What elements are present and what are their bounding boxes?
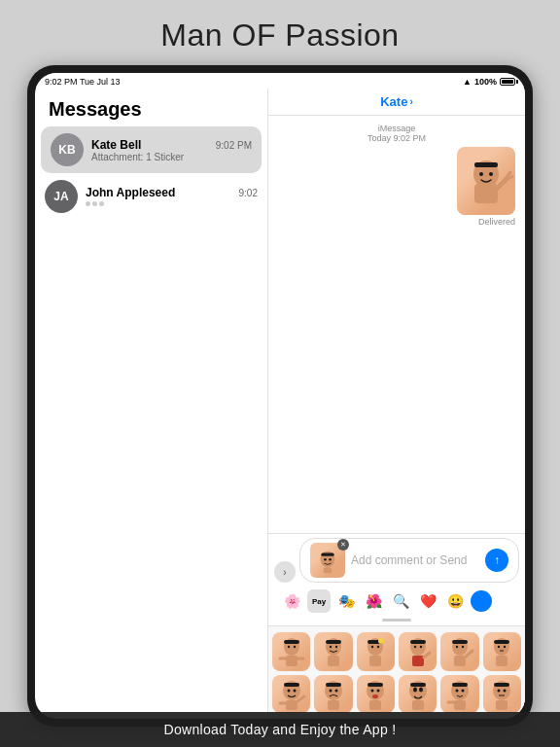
svg-line-55 xyxy=(298,696,304,701)
svg-rect-62 xyxy=(368,683,383,687)
svg-point-22 xyxy=(330,646,332,648)
svg-line-6 xyxy=(508,172,510,176)
sticker-item-2[interactable] xyxy=(314,632,352,670)
svg-rect-14 xyxy=(284,640,299,644)
input-box[interactable]: ✕ Add comment or Send ↑ xyxy=(299,538,519,583)
svg-line-42 xyxy=(466,651,472,657)
conv-item-john[interactable]: JA John Appleseed 9:02 xyxy=(35,173,267,220)
conv-top-john: John Appleseed 9:02 xyxy=(86,186,258,199)
sticker-item-11[interactable] xyxy=(440,675,478,713)
bottom-banner: Download Today and Enjoy the App ! xyxy=(0,712,560,747)
sticker-item-10[interactable] xyxy=(399,675,437,713)
svg-rect-83 xyxy=(496,700,508,710)
svg-point-75 xyxy=(461,690,464,693)
conv-top-kate: Kate Bell 9:02 PM xyxy=(91,138,252,152)
applepay-icon[interactable]: Pay xyxy=(307,589,331,613)
sticker-item-4[interactable] xyxy=(399,632,437,670)
svg-rect-44 xyxy=(494,640,509,644)
sticker-item-6[interactable] xyxy=(483,632,521,670)
status-right: ▲ 100% xyxy=(463,77,515,87)
conv-info-john: John Appleseed 9:02 xyxy=(86,186,258,208)
svg-rect-2 xyxy=(474,162,498,167)
typing-indicator xyxy=(86,199,258,208)
ipad-screen: 9:02 PM Tue Jul 13 ▲ 100% Messages KB xyxy=(35,73,525,719)
expand-button[interactable]: › xyxy=(274,561,296,583)
svg-rect-21 xyxy=(326,640,341,644)
avatar-ja: JA xyxy=(45,180,78,213)
input-area: › ✕ xyxy=(268,533,525,625)
page-title: Man OF Passion xyxy=(0,0,560,65)
sticker-picker xyxy=(268,625,525,719)
conv-name-kate: Kate Bell xyxy=(91,138,141,152)
svg-rect-38 xyxy=(452,640,468,644)
flowers-icon[interactable]: 🌺 xyxy=(362,589,385,613)
conv-item-kate[interactable]: KB Kate Bell 9:02 PM Attachment: 1 Stick… xyxy=(41,126,262,173)
sticker-item-5[interactable] xyxy=(440,632,478,670)
input-placeholder: Add comment or Send xyxy=(351,553,485,567)
svg-point-29 xyxy=(378,638,384,644)
svg-point-74 xyxy=(455,690,458,693)
svg-point-10 xyxy=(324,558,327,561)
svg-rect-66 xyxy=(369,700,381,710)
chat-contact-name: Kate xyxy=(380,94,407,109)
svg-point-11 xyxy=(329,558,332,561)
svg-point-3 xyxy=(479,172,483,176)
svg-point-69 xyxy=(413,688,417,693)
svg-rect-73 xyxy=(452,683,468,687)
battery-icon xyxy=(500,78,515,86)
svg-rect-32 xyxy=(410,640,426,644)
remove-sticker-button[interactable]: ✕ xyxy=(337,539,349,551)
sticker-app-icon[interactable]: 🎭 xyxy=(334,589,358,613)
wifi-icon: ▲ xyxy=(463,77,472,87)
svg-rect-50 xyxy=(284,683,299,687)
svg-line-36 xyxy=(424,653,430,658)
svg-rect-12 xyxy=(324,568,332,574)
conv-time-kate: 9:02 PM xyxy=(216,140,252,151)
svg-rect-35 xyxy=(412,656,424,666)
svg-point-46 xyxy=(504,646,506,648)
search-icon[interactable]: 🔍 xyxy=(389,589,412,613)
svg-rect-30 xyxy=(369,656,381,666)
conv-name-john: John Appleseed xyxy=(86,186,175,199)
chevron-right-icon: › xyxy=(409,96,412,107)
sticker-item-8[interactable] xyxy=(314,675,352,713)
sticker-item-9[interactable] xyxy=(357,675,395,713)
svg-rect-24 xyxy=(328,656,339,666)
send-button[interactable]: ↑ xyxy=(485,549,508,572)
svg-rect-48 xyxy=(496,656,508,666)
svg-point-59 xyxy=(334,690,337,693)
sent-sticker-message: Delivered xyxy=(278,147,515,227)
svg-rect-76 xyxy=(454,700,466,710)
svg-rect-68 xyxy=(410,683,426,687)
sticker-item-7[interactable] xyxy=(272,675,310,713)
svg-rect-41 xyxy=(454,656,466,666)
svg-rect-71 xyxy=(412,700,424,710)
sticker-item-12[interactable] xyxy=(483,675,521,713)
svg-point-70 xyxy=(419,688,423,693)
apps-toolbar: 🌸 Pay 🎭 🌺 🔍 ❤️ 😀 xyxy=(274,587,519,617)
photos-app-icon[interactable]: 🌸 xyxy=(280,589,303,613)
svg-point-64 xyxy=(377,690,380,693)
svg-point-4 xyxy=(489,172,493,176)
messages-header: Messages xyxy=(35,89,267,126)
conversation-list: KB Kate Bell 9:02 PM Attachment: 1 Stick… xyxy=(35,126,267,719)
svg-point-16 xyxy=(293,646,295,648)
status-bar: 9:02 PM Tue Jul 13 ▲ 100% xyxy=(35,73,525,89)
imessage-label: iMessage Today 9:02 PM xyxy=(278,124,515,143)
svg-rect-60 xyxy=(328,700,339,710)
svg-rect-17 xyxy=(286,656,298,666)
svg-line-5 xyxy=(498,178,508,188)
svg-point-45 xyxy=(498,646,500,648)
emoji-icon[interactable]: 😀 xyxy=(443,589,467,613)
svg-rect-57 xyxy=(326,683,341,687)
svg-point-58 xyxy=(329,690,332,693)
svg-point-28 xyxy=(377,646,379,648)
sticker-preview-row: › ✕ xyxy=(274,538,519,583)
sticker-grid xyxy=(272,632,521,713)
blue-circle-icon[interactable] xyxy=(471,590,492,612)
svg-point-34 xyxy=(419,646,421,648)
ipad-frame: 9:02 PM Tue Jul 13 ▲ 100% Messages KB xyxy=(27,65,533,727)
heart-icon[interactable]: ❤️ xyxy=(416,589,439,613)
sticker-item-1[interactable] xyxy=(272,632,310,670)
sticker-item-3[interactable] xyxy=(357,632,395,670)
